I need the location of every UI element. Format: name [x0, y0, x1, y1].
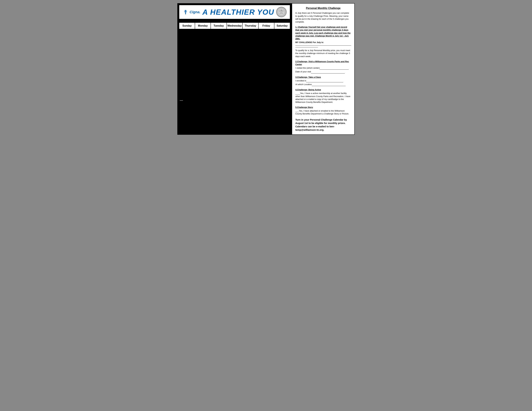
challenge-3-label: 3.Challenge- Take a Class [295, 76, 321, 78]
challenge-3-line1: I enrolled in [295, 79, 351, 82]
calendar-spacer [179, 29, 290, 31]
svg-rect-1 [185, 13, 186, 14]
day-cell [243, 70, 258, 83]
day-cell [227, 84, 243, 97]
challenge-3-title: 3.Challenge- Take a Class [295, 76, 351, 79]
challenge-2-line2: Date of your visit [295, 70, 351, 73]
day-cell [211, 57, 227, 70]
challenge-2-title: 2.Challenge- Visit a Williamson County P… [295, 60, 351, 66]
challenge-1-label: 1. Challenge Yourself [295, 26, 316, 28]
day-header-sunday: Sunday [179, 23, 195, 29]
day-cell [227, 57, 243, 70]
day-header-saturday: Saturday [274, 23, 290, 29]
challenge-intro: In July there are 5 Personal Challenges … [295, 12, 351, 23]
challenge-panel: Personal Monthly Challenge In July there… [292, 3, 355, 135]
day-cell [275, 57, 290, 70]
day-cell [179, 57, 195, 70]
day-cell [275, 84, 290, 97]
challenge-2-center-field[interactable] [320, 66, 349, 70]
day-cell [243, 84, 258, 97]
day-cell [195, 57, 211, 70]
page-container: Cigna. A HEALTHIER YOU WILLIAMSON COUNTY… [177, 3, 355, 135]
short-divider-1 [295, 47, 318, 47]
challenge-2-line1: I visited the (which center) [295, 66, 351, 70]
day-cell [195, 44, 211, 57]
day-cell [195, 31, 211, 44]
challenge-1-qualify: To qualify for a July Personal Monthly p… [295, 49, 351, 58]
challenge-2-body: I visited the (which center) Date of you… [295, 66, 351, 73]
day-cell [227, 44, 243, 57]
day-cell [275, 31, 290, 44]
challenge-4-label: 4.Challenge- Being Active [295, 88, 321, 91]
day-cell [259, 57, 274, 70]
county-seal: WILLIAMSON COUNTY TENNESSEE [276, 7, 287, 17]
challenge-4-section: 4.Challenge- Being Active ____Yes, I hav… [295, 88, 351, 104]
cta-section: Turn in your Personal Challenge Calendar… [295, 118, 351, 131]
day-cell [259, 70, 274, 83]
svg-point-7 [281, 9, 282, 11]
challenge-3-location-field[interactable] [312, 83, 346, 86]
svg-text:COUNTY: COUNTY [280, 12, 283, 13]
bottom-dash: — [179, 98, 290, 102]
challenge-5-label: 5.Challenge Story [295, 106, 313, 108]
challenge-3-body: I enrolled in At which Location [295, 79, 351, 86]
challenge-5-section: 5.Challenge Story ___Yes, I have attache… [295, 106, 351, 115]
cigna-logo-text: Cigna. [190, 10, 200, 14]
day-header-monday: Monday [195, 23, 211, 29]
day-cell [243, 31, 258, 44]
challenge-3-line2: At which Location [295, 83, 351, 86]
challenge-2-date-field[interactable] [311, 70, 345, 73]
week-row-1 [179, 31, 290, 44]
day-cell [227, 31, 243, 44]
header-title: A HEALTHIER YOU [202, 8, 274, 17]
day-cell [275, 44, 290, 57]
day-cell [243, 57, 258, 70]
cta-text: Turn in your Personal Challenge Calendar… [295, 118, 347, 124]
calendar-grid: Sunday Monday Tuesday Wednesday Thursday… [179, 22, 290, 29]
day-cell [179, 70, 195, 83]
calendar-side: Cigna. A HEALTHIER YOU WILLIAMSON COUNTY… [177, 3, 292, 135]
week-row-2 [179, 44, 290, 57]
day-header-friday: Friday [259, 23, 274, 29]
day-cell [195, 70, 211, 83]
day-cell [179, 44, 195, 57]
day-cell [243, 44, 258, 57]
day-cell [259, 84, 274, 97]
cigna-tree-icon [182, 9, 189, 15]
day-header-tuesday: Tuesday [211, 23, 227, 29]
day-cell [179, 84, 195, 97]
week-row-4 [179, 70, 290, 83]
day-header-thursday: Thursday [243, 23, 258, 29]
challenge-2-label: 2.Challenge- Visit a Williamson County P… [295, 60, 349, 65]
header-box: Cigna. A HEALTHIER YOU WILLIAMSON COUNTY… [179, 5, 290, 19]
day-cell [211, 84, 227, 97]
day-cell [179, 31, 195, 44]
challenge-4-body: ____Yes, I have a active membership at a… [295, 92, 351, 104]
day-cell [211, 31, 227, 44]
day-cell [195, 84, 211, 97]
challenge-5-body: ___Yes, I have attached or emailed to th… [295, 109, 351, 115]
day-cell [275, 70, 290, 83]
challenge-1-title: 1. Challenge Yourself Set your challenge… [295, 26, 351, 40]
day-cell [227, 70, 243, 83]
calendar-weeks [179, 31, 290, 97]
week-row-3 [179, 57, 290, 70]
day-cell [259, 31, 274, 44]
challenge-4-title: 4.Challenge- Being Active [295, 88, 351, 91]
cigna-logo: Cigna. [182, 9, 200, 15]
week-row-5 [179, 84, 290, 97]
challenge-3-enrolled-field[interactable] [306, 79, 343, 82]
challenge-1-section: 1. Challenge Yourself Set your challenge… [295, 26, 351, 58]
day-header-wednesday: Wednesday [227, 23, 243, 29]
challenge-1-bold: MY CHALLENGE For July is: [295, 41, 351, 44]
challenge-5-title: 5.Challenge Story [295, 106, 351, 109]
challenge-2-section: 2.Challenge- Visit a Williamson County P… [295, 60, 351, 74]
day-cell [259, 44, 274, 57]
day-cell [211, 70, 227, 83]
day-cell [211, 44, 227, 57]
svg-text:TENNESSEE: TENNESSEE [280, 13, 283, 14]
challenge-3-section: 3.Challenge- Take a Class I enrolled in … [295, 76, 351, 86]
calendar-header-row: Sunday Monday Tuesday Wednesday Thursday… [179, 22, 290, 29]
challenge-title: Personal Monthly Challenge [295, 6, 351, 10]
